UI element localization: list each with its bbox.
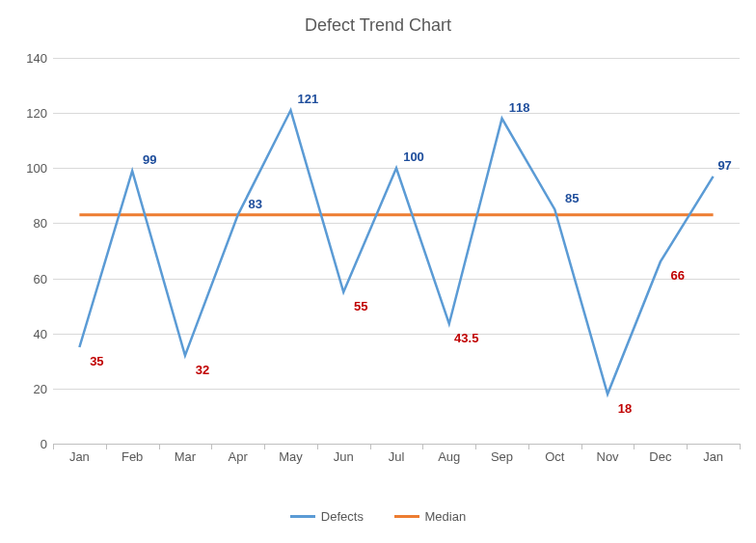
data-label: 35 [90, 354, 103, 368]
y-tick-label: 100 [9, 161, 47, 176]
x-tick-label: Mar [166, 449, 204, 464]
x-tick-mark [634, 444, 634, 449]
x-tick-label: Sep [483, 449, 522, 464]
x-tick-label: Dec [641, 449, 680, 464]
x-tick-mark [264, 444, 265, 449]
y-tick-label: 80 [9, 216, 47, 231]
x-tick-mark [317, 444, 318, 449]
data-label: 32 [196, 362, 209, 376]
data-label: 97 [717, 157, 731, 172]
legend-label-defects: Defects [321, 509, 364, 524]
x-tick-label: Nov [588, 449, 627, 464]
x-tick-mark [475, 444, 476, 449]
x-tick-mark [687, 444, 688, 449]
x-tick-mark [740, 444, 741, 449]
data-label: 99 [143, 152, 156, 167]
y-tick-label: 60 [9, 271, 47, 285]
x-tick-mark [53, 444, 54, 449]
chart-title: Defect Trend Chart [0, 0, 756, 36]
x-tick-label: May [271, 449, 310, 464]
y-tick-label: 120 [9, 106, 47, 121]
x-tick-label: Jan [60, 449, 98, 464]
x-tick-mark [211, 444, 212, 449]
x-tick-mark [159, 444, 160, 449]
legend: Defects Median [0, 506, 756, 524]
x-tick-label: Jul [377, 449, 416, 464]
y-tick-label: 40 [9, 326, 47, 340]
chart-lines-svg [53, 58, 740, 444]
legend-item-median: Median [394, 509, 467, 524]
x-tick-label: Oct [535, 449, 574, 464]
data-label: 121 [298, 92, 319, 106]
data-label: 118 [509, 99, 530, 114]
data-label: 83 [248, 196, 261, 210]
x-tick-label: Aug [430, 449, 469, 464]
legend-swatch-median [394, 515, 419, 518]
x-tick-label: Feb [113, 449, 151, 464]
y-tick-label: 140 [9, 51, 47, 66]
x-tick-mark [370, 444, 371, 449]
data-label: 85 [565, 191, 579, 205]
x-tick-mark [106, 444, 107, 449]
x-tick-label: Jan [694, 449, 733, 464]
data-label: 100 [403, 149, 424, 164]
data-label: 66 [671, 268, 685, 283]
x-tick-mark [422, 444, 423, 449]
legend-item-defects: Defects [290, 509, 364, 524]
x-tick-label: Apr [219, 449, 257, 464]
x-tick-label: Jun [324, 449, 363, 464]
y-tick-label: 0 [9, 437, 47, 451]
y-tick-label: 20 [9, 381, 47, 395]
x-tick-mark [528, 444, 529, 449]
data-label: 18 [618, 400, 632, 415]
legend-swatch-defects [290, 515, 315, 518]
legend-label-median: Median [425, 509, 467, 524]
x-tick-mark [581, 444, 582, 449]
defect-trend-chart: Defect Trend Chart Defects Median 020406… [0, 0, 756, 543]
data-label: 55 [354, 298, 367, 312]
data-label: 43.5 [454, 330, 478, 344]
